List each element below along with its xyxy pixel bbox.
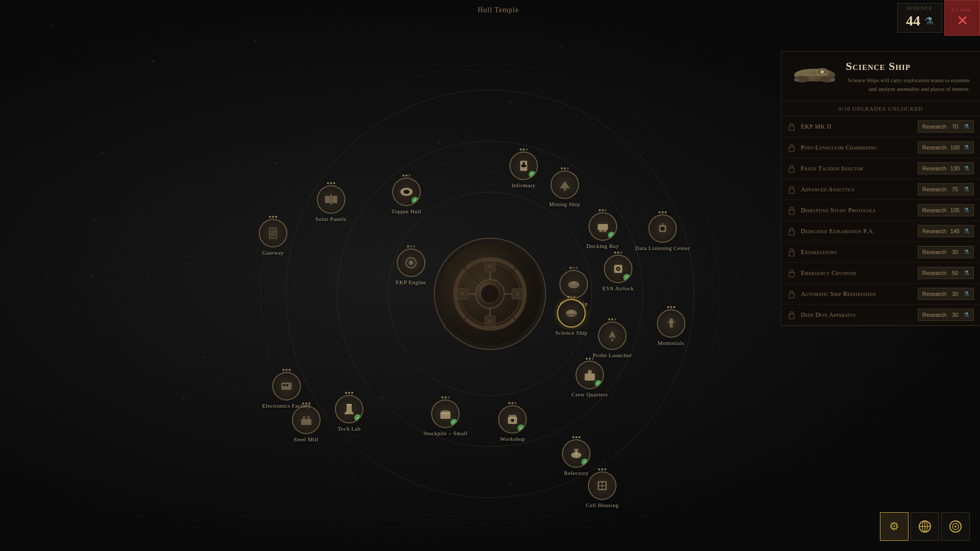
node-electronics-factory[interactable]: Electronics Factory [262, 369, 311, 409]
research-cost-7: 50 [952, 270, 958, 276]
svg-point-96 [830, 79, 835, 82]
node-workshop[interactable]: ✓ Workshop [498, 402, 527, 442]
node-dots-tiqqun-hull [402, 174, 410, 177]
svg-rect-77 [271, 230, 276, 237]
node-memorials[interactable]: Memorials [657, 306, 685, 346]
upgrade-button-0[interactable]: Research 70 ⚗ [918, 120, 974, 133]
check-mark-eva-airlock: ✓ [623, 274, 630, 281]
flask-icon-6: ⚗ [964, 248, 969, 256]
research-cost-6: 30 [952, 249, 958, 255]
research-cost-3: 75 [952, 186, 958, 192]
node-stockpile-small[interactable]: ✓ Stockpile – Small [423, 396, 468, 436]
research-cost-2: 130 [950, 165, 960, 171]
node-dots-crew-quarters [585, 358, 594, 360]
svg-point-59 [662, 223, 664, 225]
close-label: CLOSE [952, 8, 972, 13]
upgrade-name-5: Dedicated Exploration P.A. [801, 228, 914, 235]
close-button[interactable]: CLOSE ✕ [944, 0, 980, 36]
svg-rect-65 [347, 404, 352, 405]
sidebar-description: Science Ships will carry exploration tea… [846, 76, 970, 93]
svg-point-28 [516, 292, 520, 296]
lock-icon-2 [788, 164, 797, 173]
svg-point-27 [460, 292, 464, 296]
node-icon-science-ship [557, 299, 585, 328]
node-dots-mining-ship [560, 167, 569, 169]
node-label-solar-panels: Solar Panels [315, 216, 347, 222]
node-steel-mill[interactable]: Steel Mill [292, 403, 321, 442]
node-gateway[interactable]: Gateway [259, 216, 287, 256]
node-dots-workshop [508, 402, 517, 404]
upgrade-button-7[interactable]: Research 50 ⚗ [918, 267, 974, 279]
upgrade-button-6[interactable]: Research 30 ⚗ [918, 246, 974, 258]
upgrade-row-3: Advanced Analytics Research 75 ⚗ [781, 179, 980, 200]
node-icon-eva-airlock: ✓ [604, 255, 632, 283]
lock-icon-7 [788, 268, 797, 278]
svg-rect-85 [599, 483, 602, 485]
upgrade-row-2: Fraüs Tachion Injector Research 130 ⚗ [781, 158, 980, 179]
research-cost-5: 145 [950, 228, 960, 234]
node-solar-panels[interactable]: Solar Panels [315, 182, 347, 222]
upgrade-button-8[interactable]: Research 30 ⚗ [918, 288, 974, 300]
upgrade-name-9: Deep Dive Apparatus [801, 311, 914, 319]
globe-button[interactable] [911, 512, 939, 541]
node-label-refectory: Refectory [564, 470, 589, 476]
svg-point-58 [660, 227, 665, 231]
node-dots-stockpile-small [442, 396, 450, 398]
node-dots-refectory [572, 436, 580, 438]
topbar: SCIENCE 44 ⚗ CLOSE ✕ [897, 0, 980, 36]
node-infirmary[interactable]: ✓ Infirmary [509, 148, 538, 188]
node-label-crew-quarters: Crew Quarters [572, 391, 608, 397]
sidebar-title-area: Science Ship Science Ships will carry ex… [846, 60, 970, 93]
upgrade-button-5[interactable]: Research 145 ⚗ [918, 225, 974, 237]
radar-button[interactable] [941, 512, 970, 541]
svg-rect-103 [789, 252, 794, 256]
svg-rect-86 [603, 483, 605, 485]
node-cell-housing[interactable]: Cell Housing [586, 468, 619, 508]
upgrade-button-4[interactable]: Research 105 ⚗ [918, 204, 974, 216]
node-label-gateway: Gateway [262, 249, 284, 256]
science-label: SCIENCE [906, 6, 933, 11]
upgrade-name-0: EKP MK II [801, 123, 914, 131]
svg-point-26 [488, 319, 492, 323]
upgrade-row-6: Exoskeletons Research 30 ⚗ [781, 242, 980, 263]
plus-marker-6: + [436, 138, 441, 147]
svg-point-72 [587, 370, 592, 374]
node-icon-memorials [657, 309, 685, 338]
science-counter: SCIENCE 44 ⚗ [897, 3, 942, 33]
svg-rect-71 [584, 373, 595, 381]
node-tiqqun-hull[interactable]: ✓ Tiqqun Hull [391, 174, 421, 214]
svg-rect-82 [283, 384, 285, 386]
research-cost-1: 100 [950, 144, 960, 151]
svg-rect-39 [325, 196, 330, 203]
research-label-1: Research [922, 144, 946, 151]
settings-button[interactable]: ⚙ [880, 512, 909, 541]
plus-marker-7: + [508, 97, 512, 107]
node-docking-bay[interactable]: ✓ Docking Bay [586, 209, 619, 249]
upgrade-button-1[interactable]: Research 100 ⚗ [918, 141, 974, 154]
node-icon-workshop: ✓ [498, 405, 527, 434]
check-mark-crew-quarters: ✓ [595, 380, 602, 387]
upgrades-header: 0/10 UPGRADES UNLOCKED [781, 102, 980, 116]
node-crew-quarters[interactable]: ✓ Crew Quarters [572, 358, 608, 397]
node-icon-gateway [259, 219, 287, 247]
node-science-ship[interactable]: Science Ship [555, 296, 587, 336]
svg-point-48 [410, 262, 412, 264]
node-data-listening[interactable]: Data Listening Center [635, 211, 690, 251]
node-mining-ship[interactable]: Mining Ship [549, 167, 580, 207]
plus-marker-4: + [273, 159, 278, 168]
node-probe-launcher[interactable]: Probe Launcher [593, 318, 632, 358]
upgrade-row-9: Deep Dive Apparatus Research 30 ⚗ [781, 305, 980, 325]
node-ekp-engine[interactable]: EKP Engine [396, 245, 426, 285]
upgrade-button-9[interactable]: Research 30 ⚗ [918, 309, 974, 321]
svg-point-94 [821, 70, 824, 73]
lock-icon-6 [788, 247, 797, 257]
upgrade-button-2[interactable]: Research 130 ⚗ [918, 162, 974, 174]
node-eva-airlock[interactable]: ✓ EVA Airlock [602, 252, 634, 291]
node-tech-lab[interactable]: ✓ Tech Lab [335, 392, 363, 432]
flask-icon-1: ⚗ [964, 144, 969, 151]
svg-rect-69 [509, 415, 516, 418]
node-dots-gateway [269, 216, 277, 218]
node-icon-stockpile-small: ✓ [431, 399, 460, 428]
upgrade-name-2: Fraüs Tachion Injector [801, 165, 914, 172]
upgrade-button-3[interactable]: Research 75 ⚗ [918, 183, 974, 195]
